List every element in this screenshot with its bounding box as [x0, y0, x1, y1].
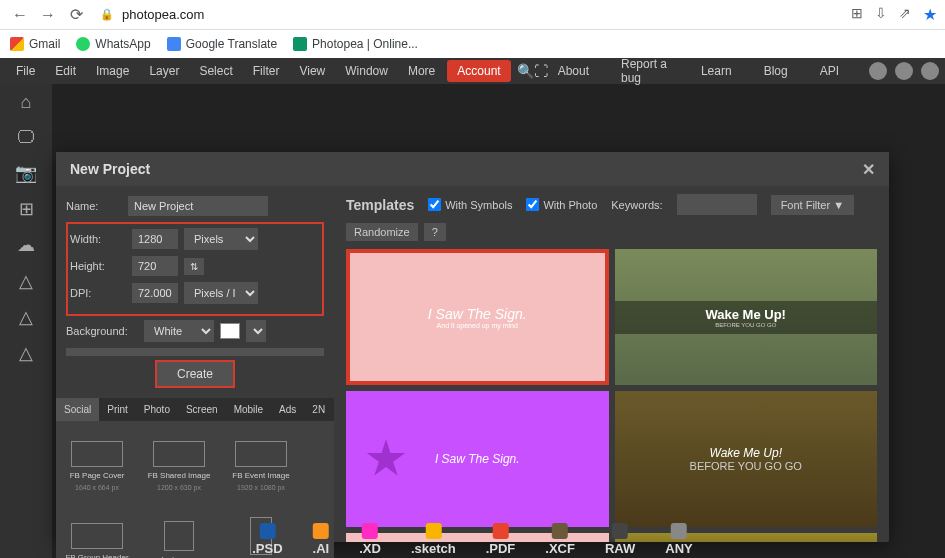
- height-input[interactable]: [132, 256, 178, 276]
- format-ai[interactable]: .AI: [313, 523, 330, 556]
- bg-swatch[interactable]: [220, 323, 240, 339]
- width-label: Width:: [70, 233, 126, 245]
- tab-photo[interactable]: Photo: [136, 398, 178, 421]
- preset-thumb: [153, 441, 205, 467]
- template-item[interactable]: I Saw The Sign.: [346, 391, 609, 527]
- tab-screen[interactable]: Screen: [178, 398, 226, 421]
- translate-icon: [167, 37, 181, 51]
- help-button[interactable]: ?: [424, 223, 446, 241]
- preset-thumb: [164, 521, 194, 551]
- tab-social[interactable]: Social: [56, 398, 99, 421]
- name-input[interactable]: [128, 196, 268, 216]
- preset-thumb: [235, 441, 287, 467]
- flower-icon: [366, 439, 406, 479]
- format-any[interactable]: ANY: [665, 523, 692, 556]
- preset-item[interactable]: FB Group Header1640 x 856 px: [56, 507, 138, 558]
- template-item[interactable]: I Saw The Sign. And it opened up my mind: [346, 249, 609, 385]
- home-icon[interactable]: ⌂: [21, 92, 32, 113]
- install-icon[interactable]: ⊞: [851, 5, 863, 24]
- menu-blog[interactable]: Blog: [754, 60, 798, 82]
- tab-2n[interactable]: 2N: [304, 398, 333, 421]
- preset-item[interactable]: FB Shared Image1200 x 630 px: [138, 425, 220, 507]
- cloud-icon[interactable]: ☁: [17, 234, 35, 256]
- dpi-input[interactable]: [132, 283, 178, 303]
- format-sketch[interactable]: .sketch: [411, 523, 456, 556]
- dropbox-icon[interactable]: ⊞: [19, 198, 34, 220]
- photopea-icon: [293, 37, 307, 51]
- menu-layer[interactable]: Layer: [139, 60, 189, 82]
- format-footer: .PSD .AI .XD .sketch .PDF .XCF RAW ANY: [252, 523, 693, 556]
- menu-window[interactable]: Window: [335, 60, 398, 82]
- font-filter-button[interactable]: Font Filter ▼: [771, 195, 854, 215]
- preset-item[interactable]: FB Event Image1920 x 1080 px: [220, 425, 302, 507]
- bg-select[interactable]: White: [144, 320, 214, 342]
- menu-view[interactable]: View: [289, 60, 335, 82]
- tab-ads[interactable]: Ads: [271, 398, 304, 421]
- preset-thumb: [71, 523, 123, 549]
- monitor-icon[interactable]: 🖵: [17, 127, 35, 148]
- bg-extra-select[interactable]: [246, 320, 266, 342]
- template-item[interactable]: Wake Me Up! BEFORE YOU GO GO: [615, 391, 878, 527]
- format-xcf[interactable]: .XCF: [545, 523, 575, 556]
- width-unit-select[interactable]: Pixels: [184, 228, 258, 250]
- facebook-icon[interactable]: [921, 62, 939, 80]
- format-psd[interactable]: .PSD: [252, 523, 282, 556]
- template-item[interactable]: Wake Me Up!BEFORE YOU GO GO: [615, 249, 878, 385]
- menu-about[interactable]: About: [548, 60, 599, 82]
- back-button[interactable]: ←: [8, 3, 32, 27]
- format-raw[interactable]: RAW: [605, 523, 635, 556]
- format-xd[interactable]: .XD: [359, 523, 381, 556]
- whatsapp-icon: [76, 37, 90, 51]
- dpi-unit-select[interactable]: Pixels / Inch: [184, 282, 258, 304]
- forward-button[interactable]: →: [36, 3, 60, 27]
- bookmark-gmail[interactable]: Gmail: [10, 37, 60, 51]
- reddit-icon[interactable]: [869, 62, 887, 80]
- format-pdf[interactable]: .PDF: [486, 523, 516, 556]
- menu-file[interactable]: File: [6, 60, 45, 82]
- drive2-icon[interactable]: △: [19, 306, 33, 328]
- create-button[interactable]: Create: [155, 360, 235, 388]
- tab-print[interactable]: Print: [99, 398, 136, 421]
- new-project-modal: New Project ✕ Name: Width: Pixels Height…: [56, 152, 889, 542]
- keywords-label: Keywords:: [611, 199, 662, 211]
- download-icon[interactable]: ⇩: [875, 5, 887, 24]
- menu-more[interactable]: More: [398, 60, 445, 82]
- close-icon[interactable]: ✕: [862, 160, 875, 179]
- camera-icon[interactable]: 📷: [15, 162, 37, 184]
- menu-learn[interactable]: Learn: [691, 60, 742, 82]
- randomize-button[interactable]: Randomize: [346, 223, 418, 241]
- drive-icon[interactable]: △: [19, 270, 33, 292]
- menu-account[interactable]: Account: [447, 60, 510, 82]
- bookmark-translate[interactable]: Google Translate: [167, 37, 277, 51]
- menubar: File Edit Image Layer Select Filter View…: [0, 58, 945, 84]
- twitter-icon[interactable]: [895, 62, 913, 80]
- width-input[interactable]: [132, 229, 178, 249]
- menu-filter[interactable]: Filter: [243, 60, 290, 82]
- preset-thumb: [71, 441, 123, 467]
- preset-item[interactable]: FB Page Cover1640 x 664 px: [56, 425, 138, 507]
- menu-report[interactable]: Report a bug: [611, 53, 679, 89]
- bookmark-star-icon[interactable]: ★: [923, 5, 937, 24]
- bookmark-whatsapp[interactable]: WhatsApp: [76, 37, 150, 51]
- menu-image[interactable]: Image: [86, 60, 139, 82]
- fullscreen-icon[interactable]: ⛶: [534, 63, 548, 79]
- search-icon[interactable]: 🔍: [517, 63, 534, 79]
- tab-mobile[interactable]: Mobile: [226, 398, 271, 421]
- keywords-input[interactable]: [677, 194, 757, 215]
- reload-button[interactable]: ⟳: [64, 3, 88, 27]
- menu-select[interactable]: Select: [189, 60, 242, 82]
- bookmark-photopea[interactable]: Photopea | Online...: [293, 37, 418, 51]
- share-icon[interactable]: ⇗: [899, 5, 911, 24]
- drive3-icon[interactable]: △: [19, 342, 33, 364]
- with-symbols-checkbox[interactable]: With Symbols: [428, 198, 512, 211]
- with-photo-checkbox[interactable]: With Photo: [526, 198, 597, 211]
- dpi-label: DPI:: [70, 287, 126, 299]
- templates-title: Templates: [346, 197, 414, 213]
- url-text: photopea.com: [122, 7, 204, 22]
- menu-api[interactable]: API: [810, 60, 849, 82]
- menu-edit[interactable]: Edit: [45, 60, 86, 82]
- sidebar: ⌂ 🖵 📷 ⊞ ☁ △ △ △: [0, 84, 52, 558]
- preset-item[interactable]: Instagram1080 x 1080 px: [138, 507, 220, 558]
- swap-dimensions-button[interactable]: ⇅: [184, 258, 204, 275]
- height-label: Height:: [70, 260, 126, 272]
